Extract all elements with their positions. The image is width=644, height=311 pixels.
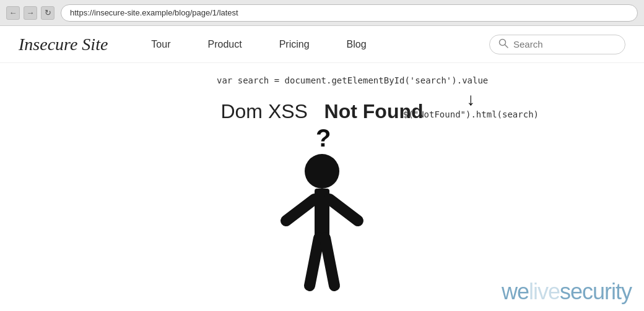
heading-bold: Not Found	[324, 100, 424, 122]
function-call-text: $("NotFound").html(search)	[403, 109, 539, 119]
watermark: welivesecurity	[502, 279, 632, 305]
main-content: var search = document.getElementById('se…	[0, 63, 644, 311]
site-nav: Tour Product Pricing Blog	[133, 39, 489, 50]
nav-pricing[interactable]: Pricing	[261, 39, 328, 50]
svg-point-3	[305, 154, 339, 189]
svg-text:?: ?	[316, 125, 331, 151]
nav-blog[interactable]: Blog	[328, 39, 385, 50]
watermark-we: we	[502, 279, 529, 304]
back-button[interactable]: ←	[6, 6, 20, 20]
search-input[interactable]	[513, 39, 616, 49]
site-logo[interactable]: Insecure Site	[19, 35, 108, 54]
watermark-security: security	[560, 279, 632, 304]
heading-normal: Dom XSS	[220, 100, 307, 122]
svg-line-1	[505, 45, 508, 48]
browser-chrome: ← → ↻ https://insecure-site.example/blog…	[0, 0, 644, 26]
person-figure: ?	[260, 125, 384, 300]
svg-line-8	[325, 238, 334, 286]
not-found-heading: Dom XSS Not Found	[220, 100, 423, 123]
browser-nav-buttons: ← → ↻	[6, 6, 54, 20]
nav-tour[interactable]: Tour	[133, 39, 189, 50]
search-icon	[498, 38, 508, 51]
watermark-live: live	[529, 279, 560, 304]
code-annotation: var search = document.getElementById('se…	[217, 75, 488, 85]
refresh-button[interactable]: ↻	[41, 6, 54, 20]
site-header: Insecure Site Tour Product Pricing Blog	[0, 26, 644, 63]
svg-line-5	[286, 199, 315, 221]
search-box[interactable]	[489, 35, 625, 54]
forward-button[interactable]: →	[24, 6, 37, 20]
svg-line-7	[310, 238, 319, 286]
xss-explanation: ↓ $("NotFound").html(search)	[403, 91, 539, 119]
nav-product[interactable]: Product	[189, 39, 260, 50]
down-arrow-icon: ↓	[466, 91, 475, 108]
svg-line-6	[329, 199, 358, 221]
address-bar[interactable]: https://insecure-site.example/blog/page/…	[61, 4, 638, 22]
url-text: https://insecure-site.example/blog/page/…	[70, 8, 238, 17]
